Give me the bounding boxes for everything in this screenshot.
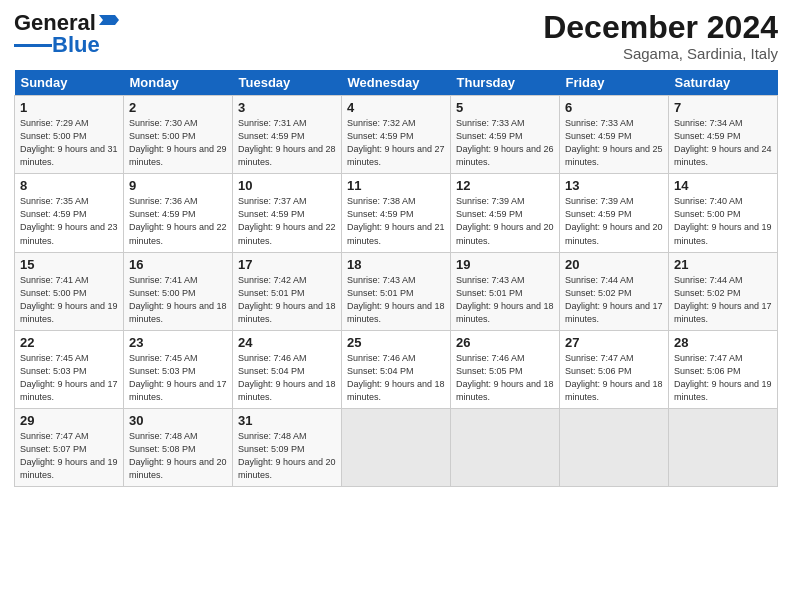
day-info: Sunrise: 7:47 AM Sunset: 5:07 PM Dayligh… (20, 430, 118, 482)
day-cell: 14Sunrise: 7:40 AM Sunset: 5:00 PM Dayli… (669, 174, 778, 252)
day-cell: 12Sunrise: 7:39 AM Sunset: 4:59 PM Dayli… (451, 174, 560, 252)
day-header-thursday: Thursday (451, 70, 560, 96)
day-cell: 26Sunrise: 7:46 AM Sunset: 5:05 PM Dayli… (451, 330, 560, 408)
calendar-table: SundayMondayTuesdayWednesdayThursdayFrid… (14, 70, 778, 487)
logo-underline (14, 44, 52, 47)
day-info: Sunrise: 7:48 AM Sunset: 5:09 PM Dayligh… (238, 430, 336, 482)
day-number: 23 (129, 335, 227, 350)
day-number: 30 (129, 413, 227, 428)
day-header-saturday: Saturday (669, 70, 778, 96)
day-number: 25 (347, 335, 445, 350)
day-number: 4 (347, 100, 445, 115)
day-info: Sunrise: 7:44 AM Sunset: 5:02 PM Dayligh… (565, 274, 663, 326)
day-cell: 5Sunrise: 7:33 AM Sunset: 4:59 PM Daylig… (451, 96, 560, 174)
day-info: Sunrise: 7:37 AM Sunset: 4:59 PM Dayligh… (238, 195, 336, 247)
day-number: 13 (565, 178, 663, 193)
day-info: Sunrise: 7:43 AM Sunset: 5:01 PM Dayligh… (456, 274, 554, 326)
day-info: Sunrise: 7:39 AM Sunset: 4:59 PM Dayligh… (456, 195, 554, 247)
day-cell: 9Sunrise: 7:36 AM Sunset: 4:59 PM Daylig… (124, 174, 233, 252)
day-number: 29 (20, 413, 118, 428)
day-number: 18 (347, 257, 445, 272)
day-info: Sunrise: 7:46 AM Sunset: 5:04 PM Dayligh… (238, 352, 336, 404)
header-row: SundayMondayTuesdayWednesdayThursdayFrid… (15, 70, 778, 96)
day-info: Sunrise: 7:38 AM Sunset: 4:59 PM Dayligh… (347, 195, 445, 247)
logo: General Blue (14, 10, 119, 58)
day-info: Sunrise: 7:45 AM Sunset: 5:03 PM Dayligh… (129, 352, 227, 404)
day-number: 15 (20, 257, 118, 272)
day-cell: 7Sunrise: 7:34 AM Sunset: 4:59 PM Daylig… (669, 96, 778, 174)
day-info: Sunrise: 7:47 AM Sunset: 5:06 PM Dayligh… (565, 352, 663, 404)
day-header-friday: Friday (560, 70, 669, 96)
svg-marker-0 (99, 15, 119, 25)
day-number: 9 (129, 178, 227, 193)
day-number: 5 (456, 100, 554, 115)
week-row-2: 8Sunrise: 7:35 AM Sunset: 4:59 PM Daylig… (15, 174, 778, 252)
day-cell: 4Sunrise: 7:32 AM Sunset: 4:59 PM Daylig… (342, 96, 451, 174)
day-cell: 19Sunrise: 7:43 AM Sunset: 5:01 PM Dayli… (451, 252, 560, 330)
day-info: Sunrise: 7:35 AM Sunset: 4:59 PM Dayligh… (20, 195, 118, 247)
day-cell: 6Sunrise: 7:33 AM Sunset: 4:59 PM Daylig… (560, 96, 669, 174)
day-cell: 21Sunrise: 7:44 AM Sunset: 5:02 PM Dayli… (669, 252, 778, 330)
day-number: 10 (238, 178, 336, 193)
main-container: General Blue December 2024 Sagama, Sardi… (0, 0, 792, 497)
day-number: 20 (565, 257, 663, 272)
day-cell: 15Sunrise: 7:41 AM Sunset: 5:00 PM Dayli… (15, 252, 124, 330)
day-cell (560, 408, 669, 486)
day-number: 31 (238, 413, 336, 428)
day-number: 26 (456, 335, 554, 350)
day-number: 6 (565, 100, 663, 115)
day-cell: 29Sunrise: 7:47 AM Sunset: 5:07 PM Dayli… (15, 408, 124, 486)
day-cell: 16Sunrise: 7:41 AM Sunset: 5:00 PM Dayli… (124, 252, 233, 330)
week-row-4: 22Sunrise: 7:45 AM Sunset: 5:03 PM Dayli… (15, 330, 778, 408)
day-number: 19 (456, 257, 554, 272)
day-number: 14 (674, 178, 772, 193)
day-info: Sunrise: 7:33 AM Sunset: 4:59 PM Dayligh… (565, 117, 663, 169)
day-number: 12 (456, 178, 554, 193)
day-number: 1 (20, 100, 118, 115)
day-info: Sunrise: 7:44 AM Sunset: 5:02 PM Dayligh… (674, 274, 772, 326)
day-cell: 13Sunrise: 7:39 AM Sunset: 4:59 PM Dayli… (560, 174, 669, 252)
day-cell: 31Sunrise: 7:48 AM Sunset: 5:09 PM Dayli… (233, 408, 342, 486)
day-cell: 25Sunrise: 7:46 AM Sunset: 5:04 PM Dayli… (342, 330, 451, 408)
day-number: 16 (129, 257, 227, 272)
day-cell (669, 408, 778, 486)
day-info: Sunrise: 7:32 AM Sunset: 4:59 PM Dayligh… (347, 117, 445, 169)
day-info: Sunrise: 7:45 AM Sunset: 5:03 PM Dayligh… (20, 352, 118, 404)
day-number: 2 (129, 100, 227, 115)
day-info: Sunrise: 7:29 AM Sunset: 5:00 PM Dayligh… (20, 117, 118, 169)
day-info: Sunrise: 7:30 AM Sunset: 5:00 PM Dayligh… (129, 117, 227, 169)
month-title: December 2024 (543, 10, 778, 45)
day-cell: 20Sunrise: 7:44 AM Sunset: 5:02 PM Dayli… (560, 252, 669, 330)
week-row-5: 29Sunrise: 7:47 AM Sunset: 5:07 PM Dayli… (15, 408, 778, 486)
day-cell: 1Sunrise: 7:29 AM Sunset: 5:00 PM Daylig… (15, 96, 124, 174)
day-header-monday: Monday (124, 70, 233, 96)
title-block: December 2024 Sagama, Sardinia, Italy (543, 10, 778, 62)
day-number: 17 (238, 257, 336, 272)
week-row-1: 1Sunrise: 7:29 AM Sunset: 5:00 PM Daylig… (15, 96, 778, 174)
week-row-3: 15Sunrise: 7:41 AM Sunset: 5:00 PM Dayli… (15, 252, 778, 330)
day-header-wednesday: Wednesday (342, 70, 451, 96)
day-number: 3 (238, 100, 336, 115)
logo-blue: Blue (52, 32, 100, 58)
day-number: 8 (20, 178, 118, 193)
day-info: Sunrise: 7:34 AM Sunset: 4:59 PM Dayligh… (674, 117, 772, 169)
day-info: Sunrise: 7:41 AM Sunset: 5:00 PM Dayligh… (129, 274, 227, 326)
day-cell (451, 408, 560, 486)
day-info: Sunrise: 7:40 AM Sunset: 5:00 PM Dayligh… (674, 195, 772, 247)
location: Sagama, Sardinia, Italy (543, 45, 778, 62)
day-cell: 8Sunrise: 7:35 AM Sunset: 4:59 PM Daylig… (15, 174, 124, 252)
day-number: 28 (674, 335, 772, 350)
day-cell: 30Sunrise: 7:48 AM Sunset: 5:08 PM Dayli… (124, 408, 233, 486)
day-info: Sunrise: 7:43 AM Sunset: 5:01 PM Dayligh… (347, 274, 445, 326)
day-header-tuesday: Tuesday (233, 70, 342, 96)
day-info: Sunrise: 7:33 AM Sunset: 4:59 PM Dayligh… (456, 117, 554, 169)
day-cell: 17Sunrise: 7:42 AM Sunset: 5:01 PM Dayli… (233, 252, 342, 330)
day-number: 24 (238, 335, 336, 350)
day-info: Sunrise: 7:36 AM Sunset: 4:59 PM Dayligh… (129, 195, 227, 247)
day-cell: 27Sunrise: 7:47 AM Sunset: 5:06 PM Dayli… (560, 330, 669, 408)
day-info: Sunrise: 7:46 AM Sunset: 5:05 PM Dayligh… (456, 352, 554, 404)
day-info: Sunrise: 7:48 AM Sunset: 5:08 PM Dayligh… (129, 430, 227, 482)
day-number: 21 (674, 257, 772, 272)
day-info: Sunrise: 7:46 AM Sunset: 5:04 PM Dayligh… (347, 352, 445, 404)
day-info: Sunrise: 7:39 AM Sunset: 4:59 PM Dayligh… (565, 195, 663, 247)
